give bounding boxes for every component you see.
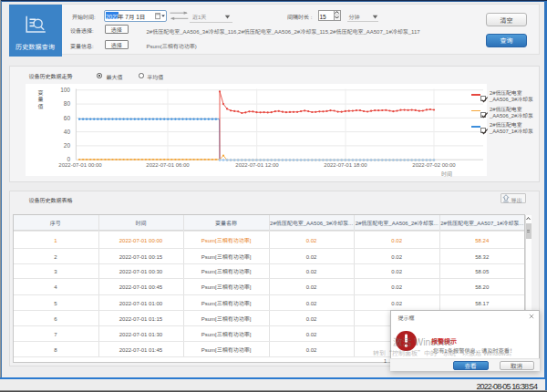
svg-text:40: 40 xyxy=(64,127,71,136)
svg-text:值: 值 xyxy=(37,102,43,110)
svg-text:20: 20 xyxy=(64,140,71,150)
svg-text:2022-07-01 12:00: 2022-07-01 12:00 xyxy=(235,160,279,169)
svg-text:100: 100 xyxy=(60,85,70,94)
svg-text:80: 80 xyxy=(64,98,71,108)
svg-text:时间: 时间 xyxy=(441,170,452,178)
svg-text:2022-07-01 06:00: 2022-07-01 06:00 xyxy=(146,160,190,169)
svg-text:60: 60 xyxy=(64,113,71,122)
svg-text:2022-07-01 00:00: 2022-07-01 00:00 xyxy=(58,160,102,169)
svg-text:2022-07-01 18:00: 2022-07-01 18:00 xyxy=(324,160,367,169)
svg-text:2022-07-02 00:00: 2022-07-02 00:00 xyxy=(412,160,456,169)
